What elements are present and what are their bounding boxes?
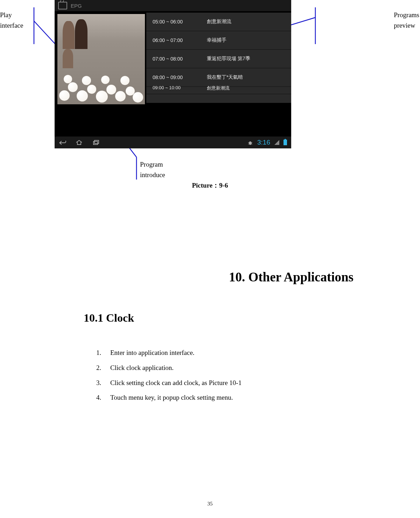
- svg-line-12: [251, 144, 252, 144]
- step-number: 2.: [96, 360, 110, 376]
- list-item: 1. Enter into application interface.: [96, 345, 241, 360]
- svg-rect-7: [94, 140, 99, 144]
- annotation-text: introduce: [140, 171, 165, 178]
- program-time: 08:00 ~ 09:00: [146, 75, 207, 80]
- epg-header-bar: EPG: [55, 0, 291, 11]
- svg-line-11: [248, 144, 249, 144]
- tv-icon: [58, 2, 67, 9]
- step-number: 3.: [96, 376, 110, 391]
- annotation-text: Program: [140, 161, 163, 168]
- video-content: [61, 18, 96, 70]
- list-item: 4. Touch menu key, it popup clock settin…: [96, 390, 241, 405]
- steps-list: 1. Enter into application interface. 2. …: [96, 345, 241, 405]
- debug-icon[interactable]: [247, 140, 253, 145]
- annotation-text: interface: [0, 22, 23, 29]
- program-row[interactable]: 06:00 ~ 07:00 幸福捕手: [146, 31, 291, 50]
- battery-icon: [284, 140, 287, 145]
- step-text: Touch menu key, it popup clock setting m…: [110, 390, 233, 405]
- list-item: 3. Click setting clock can add clock, as…: [96, 376, 241, 391]
- program-name: 重返犯罪現場 第7季: [207, 56, 291, 62]
- annotation-programs-preview: Programs preview: [394, 10, 419, 31]
- status-clock: 3:16: [257, 139, 270, 146]
- program-row[interactable]: 05:00 ~ 06:00 創意新潮流: [146, 13, 291, 31]
- annotation-text: Play: [0, 11, 12, 19]
- svg-point-8: [249, 141, 252, 145]
- program-row[interactable]: 08:00 ~ 09:00 我在墾丁*天氣晴: [146, 68, 291, 87]
- step-text: Enter into application interface.: [110, 345, 195, 360]
- back-icon[interactable]: [59, 140, 66, 145]
- step-text: Click setting clock can add clock, as Pi…: [110, 376, 241, 391]
- program-introduce-area: [55, 104, 291, 136]
- annotation-text: preview: [394, 22, 415, 29]
- section-heading: 10.1 Clock: [84, 312, 134, 324]
- step-number: 1.: [96, 345, 110, 360]
- epg-label: EPG: [71, 3, 82, 9]
- program-name: 幸福捕手: [207, 37, 291, 43]
- chapter-heading: 10. Other Applications: [0, 270, 354, 285]
- device-screenshot: EPG 05:00 ~ 06:00 創意新潮流: [55, 0, 291, 148]
- program-name: 我在墾丁*天氣晴: [207, 74, 291, 80]
- video-balloons: [57, 66, 145, 104]
- page-number: 35: [0, 501, 420, 507]
- program-time: 05:00 ~ 06:00: [146, 19, 207, 24]
- recent-apps-icon[interactable]: [92, 140, 99, 145]
- annotation-text: Programs: [394, 11, 419, 19]
- program-time: 07:00 ~ 08:00: [146, 56, 207, 62]
- step-text: Click clock application.: [110, 360, 174, 376]
- video-preview-pane[interactable]: [57, 14, 145, 104]
- list-item: 2. Click clock application.: [96, 360, 241, 376]
- annotation-program-introduce: Program introduce: [140, 159, 165, 181]
- program-row[interactable]: 07:00 ~ 08:00 重返犯罪現場 第7季: [146, 50, 291, 68]
- program-name: 創意新潮流: [207, 19, 291, 25]
- program-time: 06:00 ~ 07:00: [146, 37, 207, 43]
- annotation-play-interface: Play interface: [0, 10, 23, 31]
- figure-caption: Picture：9-6: [0, 181, 420, 190]
- program-row[interactable]: 09:00 ~ 10:00 創意新潮流: [146, 87, 291, 94]
- svg-rect-6: [93, 141, 98, 145]
- system-nav-bar: 3:16: [55, 136, 291, 148]
- signal-icon: [274, 140, 279, 145]
- program-name: 創意新潮流: [207, 85, 291, 91]
- program-list[interactable]: 05:00 ~ 06:00 創意新潮流 06:00 ~ 07:00 幸福捕手 0…: [146, 13, 291, 103]
- step-number: 4.: [96, 390, 110, 405]
- home-icon[interactable]: [76, 140, 83, 145]
- program-time: 09:00 ~ 10:00: [146, 85, 207, 90]
